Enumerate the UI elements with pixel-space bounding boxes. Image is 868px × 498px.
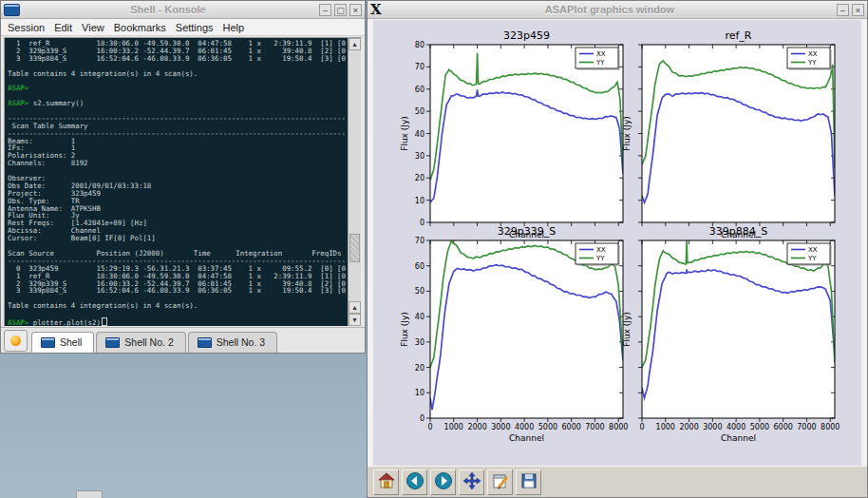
svg-text:1000: 1000 bbox=[444, 423, 463, 431]
asaplot-title: ASAPlot graphics window bbox=[386, 4, 834, 15]
svg-text:YY: YY bbox=[807, 255, 817, 262]
terminal-cursor bbox=[102, 317, 107, 326]
svg-text:40: 40 bbox=[415, 130, 425, 139]
forward-icon bbox=[434, 471, 453, 493]
svg-text:4000: 4000 bbox=[515, 423, 534, 431]
new-session-icon bbox=[10, 335, 21, 346]
svg-text:60: 60 bbox=[415, 262, 425, 271]
taskbar-peek[interactable] bbox=[76, 490, 103, 498]
svg-text:Channel: Channel bbox=[509, 433, 544, 443]
subplot-config-icon bbox=[491, 471, 510, 493]
scroll-up2-icon[interactable]: ▲ bbox=[349, 301, 361, 314]
svg-text:329p339_S: 329p339_S bbox=[498, 225, 556, 238]
home-icon bbox=[377, 471, 396, 493]
new-session-button[interactable] bbox=[4, 330, 28, 352]
svg-text:0: 0 bbox=[420, 414, 425, 423]
subplot-config-button[interactable] bbox=[487, 469, 513, 495]
session-tabs: ShellShell No. 2Shell No. 3 bbox=[31, 332, 279, 353]
svg-text:6000: 6000 bbox=[562, 423, 581, 431]
svg-text:6000: 6000 bbox=[774, 423, 793, 431]
svg-text:XX: XX bbox=[808, 246, 818, 254]
terminal-line: ASAP> plotter.plot(s2) bbox=[8, 317, 347, 325]
asap-prompt: ASAP> bbox=[8, 99, 28, 107]
tab-label: Shell bbox=[60, 336, 82, 348]
back-button[interactable] bbox=[402, 469, 427, 495]
svg-text:40: 40 bbox=[415, 313, 425, 321]
minimize-button[interactable]: – bbox=[319, 4, 331, 16]
svg-text:2000: 2000 bbox=[467, 423, 486, 431]
svg-text:Flux (Jy): Flux (Jy) bbox=[400, 116, 409, 151]
terminal-line: Table contains 4 integration(s) in 4 sca… bbox=[8, 70, 347, 78]
pan-button[interactable] bbox=[459, 469, 484, 495]
terminal-line: 3 339p884_S 16:52:04.6 -46.08.33.9 06:36… bbox=[8, 55, 347, 63]
konsole-titlebar[interactable]: Shell - Konsole –▢× bbox=[1, 1, 365, 19]
menu-help[interactable]: Help bbox=[218, 21, 250, 34]
svg-text:2000: 2000 bbox=[679, 423, 698, 431]
svg-text:0: 0 bbox=[427, 423, 432, 431]
plot-toolbar bbox=[368, 466, 867, 497]
svg-text:0: 0 bbox=[639, 423, 644, 431]
terminal-line: Cursor: Beam[0] IF[0] Pol[1] bbox=[8, 235, 347, 242]
maximize-button[interactable]: ▢ bbox=[334, 4, 347, 16]
terminal-line bbox=[8, 77, 347, 85]
menu-bar: SessionEditViewBookmarksSettingsHelp bbox=[1, 19, 365, 36]
close-button[interactable]: × bbox=[852, 4, 864, 16]
figure-canvas[interactable]: 01020304050607080323p459ChannelFlux (Jy)… bbox=[373, 20, 861, 467]
forward-button[interactable] bbox=[430, 469, 456, 495]
tab-shell-no-2[interactable]: Shell No. 2 bbox=[96, 332, 185, 353]
menu-edit[interactable]: Edit bbox=[49, 21, 77, 34]
terminal-output[interactable]: 1 ref_R 18:30:06.0 -49.59.30.0 04:47:58 … bbox=[8, 40, 347, 326]
home-button[interactable] bbox=[373, 469, 399, 495]
svg-text:1000: 1000 bbox=[656, 423, 675, 431]
svg-text:XX: XX bbox=[808, 50, 818, 58]
asaplot-window-buttons: –× bbox=[834, 4, 864, 16]
svg-text:YY: YY bbox=[807, 59, 817, 67]
save-icon bbox=[519, 471, 538, 493]
x11-icon: X bbox=[370, 3, 386, 17]
scrollbar-thumb[interactable] bbox=[349, 234, 360, 262]
scroll-down-icon[interactable]: ▼ bbox=[349, 314, 361, 326]
svg-text:7000: 7000 bbox=[797, 423, 816, 431]
svg-text:XX: XX bbox=[596, 246, 606, 254]
tab-shell[interactable]: Shell bbox=[31, 332, 94, 353]
menu-settings[interactable]: Settings bbox=[171, 21, 218, 34]
minimize-button[interactable]: – bbox=[837, 4, 849, 16]
terminal-line bbox=[8, 310, 347, 317]
svg-text:20: 20 bbox=[415, 174, 425, 182]
svg-text:70: 70 bbox=[415, 63, 425, 71]
svg-text:Flux (Jy): Flux (Jy) bbox=[400, 312, 409, 347]
close-button[interactable]: × bbox=[349, 4, 362, 16]
terminal-scrollbar[interactable]: ▲ ▲ ▼ bbox=[348, 38, 361, 326]
konsole-icon bbox=[4, 4, 20, 16]
save-button[interactable] bbox=[516, 469, 541, 495]
svg-text:323p459: 323p459 bbox=[503, 29, 550, 42]
svg-text:70: 70 bbox=[415, 237, 425, 245]
svg-text:XX: XX bbox=[596, 50, 606, 58]
terminal-line: Table contains 4 integration(s) in 4 sca… bbox=[8, 302, 347, 310]
menu-session[interactable]: Session bbox=[3, 21, 49, 34]
pan-icon bbox=[462, 471, 481, 493]
menu-bookmarks[interactable]: Bookmarks bbox=[109, 21, 171, 34]
svg-text:YY: YY bbox=[595, 255, 605, 262]
terminal[interactable]: 1 ref_R 18:30:06.0 -49.59.30.0 04:47:58 … bbox=[4, 37, 362, 327]
svg-text:7000: 7000 bbox=[585, 423, 604, 431]
terminal-line: Channels: 8192 bbox=[8, 160, 347, 167]
svg-text:10: 10 bbox=[415, 389, 425, 397]
asaplot-titlebar[interactable]: X ASAPlot graphics window –× bbox=[368, 1, 867, 19]
asaplot-window: X ASAPlot graphics window –× 01020304050… bbox=[367, 0, 868, 498]
svg-text:30: 30 bbox=[415, 338, 425, 347]
menu-view[interactable]: View bbox=[77, 21, 109, 34]
tab-label: Shell No. 2 bbox=[124, 336, 173, 348]
asap-prompt: ASAP> bbox=[8, 84, 28, 92]
svg-text:4000: 4000 bbox=[726, 423, 745, 431]
scroll-up-icon[interactable]: ▲ bbox=[349, 38, 361, 50]
shell-icon bbox=[105, 337, 120, 348]
svg-text:10: 10 bbox=[415, 197, 425, 205]
back-icon bbox=[406, 471, 425, 493]
svg-text:3000: 3000 bbox=[491, 423, 510, 431]
tab-shell-no-3[interactable]: Shell No. 3 bbox=[188, 332, 277, 353]
svg-text:Flux (Jy): Flux (Jy) bbox=[622, 116, 632, 151]
svg-text:ref_R: ref_R bbox=[725, 29, 751, 42]
svg-text:20: 20 bbox=[415, 364, 425, 373]
svg-text:Channel: Channel bbox=[721, 433, 756, 443]
